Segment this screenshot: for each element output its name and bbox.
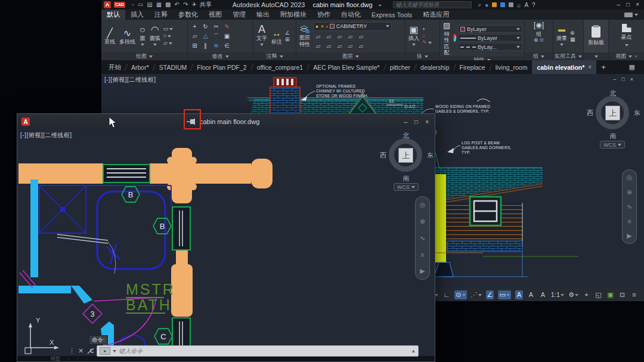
doc-menu-caret-icon[interactable]: ▸ <box>379 2 382 8</box>
viewport-controls[interactable]: [-][俯视][二维线框] <box>20 131 72 140</box>
layer-properties-button[interactable]: 图层特性 <box>298 25 311 47</box>
table-button[interactable]: ⊞ <box>285 37 290 42</box>
viewcube-west[interactable]: 西 <box>587 109 593 117</box>
layer-make-current-icon[interactable]: ▱ <box>316 43 321 49</box>
layer-states-icon[interactable]: ▱ <box>359 33 364 40</box>
array-icon[interactable]: ≋ <box>213 42 218 49</box>
floor-plan-drawing[interactable]: 3 B B C MSTR BATH <box>17 129 436 362</box>
annotation-visibility-icon[interactable]: A <box>515 290 523 299</box>
viewcube-west[interactable]: 西 <box>380 151 386 160</box>
copy-icon[interactable]: ▱ <box>193 33 197 39</box>
explode-icon[interactable]: ▣ <box>224 33 230 39</box>
maximize-button[interactable]: □ <box>626 1 630 8</box>
viewcube-south[interactable]: 南 <box>610 132 617 141</box>
layer-walk-icon[interactable]: ▱ <box>359 43 364 49</box>
clean-screen-icon[interactable]: ⊡ <box>618 290 626 299</box>
orbit-icon[interactable]: ≡ <box>420 251 424 258</box>
viewcube-east[interactable]: 东 <box>634 109 640 117</box>
doc-tab-office-compare[interactable]: office_compare1 <box>252 60 308 74</box>
layer-isolate-icon[interactable]: ▱ <box>327 33 332 40</box>
new-icon[interactable]: ▫ <box>132 1 134 9</box>
layer-off-icon[interactable]: ▱ <box>316 33 321 40</box>
navigation-bar[interactable]: ◎ ⊕ ∿ ≡ ▶ <box>622 169 637 244</box>
close-button[interactable]: × <box>630 76 633 82</box>
doc-tab-stadium[interactable]: STADIUM <box>154 60 191 74</box>
block-editor-button[interactable]: ✎ <box>422 40 432 46</box>
doc-tab-pittcher[interactable]: pittcher <box>385 60 415 74</box>
panel-label-block[interactable]: 块 <box>405 52 439 60</box>
doc-tab-fireplace[interactable]: Fireplace <box>455 60 490 74</box>
layer-merge-icon[interactable]: ▱ <box>348 43 353 49</box>
minimize-button[interactable]: – <box>404 119 408 125</box>
search-input[interactable] <box>393 1 472 8</box>
ribbon-tab-collaborate[interactable]: 协作 <box>312 10 336 20</box>
ribbon-tab-addins[interactable]: 附加模块 <box>275 10 312 20</box>
nav-wheel-icon[interactable]: ◎ <box>627 174 633 181</box>
viewcube-north[interactable]: 北 <box>610 89 617 98</box>
panel-expand-icon[interactable]: » <box>634 54 637 59</box>
plot-icon[interactable]: ▩ <box>165 1 171 9</box>
panel-label-view[interactable]: 视图» <box>609 52 644 60</box>
ortho-toggle-icon[interactable]: ∟ <box>442 290 450 299</box>
share-label[interactable]: 共享 <box>200 1 212 9</box>
doc-tab-cabin-elevation[interactable]: cabin elevation*× <box>532 60 596 74</box>
measure-button[interactable]: ▬测量 <box>555 24 568 48</box>
layer-prev-icon[interactable]: ▱ <box>338 43 342 49</box>
clipboard-icon[interactable] <box>592 26 600 38</box>
panel-label-layers[interactable]: 图层 <box>296 52 405 60</box>
orbit-icon[interactable]: ≡ <box>627 218 631 225</box>
annotation-scale-icon[interactable]: A <box>539 290 547 299</box>
open-icon[interactable]: ▭ <box>138 1 143 9</box>
graphics-performance-icon[interactable]: ▣ <box>606 290 614 299</box>
command-grip-icon[interactable]: ⋮ <box>69 347 75 355</box>
ribbon-tab-annotate[interactable]: 注释 <box>149 10 173 20</box>
viewcube-north[interactable]: 北 <box>403 131 410 140</box>
mirror-icon[interactable]: △ <box>203 33 208 39</box>
dimension-button[interactable]: ↔标注 <box>270 28 283 45</box>
stretch-icon[interactable]: ⊞ <box>192 42 197 49</box>
wcs-selector[interactable]: WCS <box>394 183 419 191</box>
redo-icon[interactable]: ↷ <box>183 1 188 9</box>
viewcube-top[interactable]: 上 <box>398 148 413 163</box>
undo-icon[interactable]: ↶ <box>175 1 179 9</box>
fillet-icon[interactable]: ⌒ <box>213 32 219 41</box>
help-icon[interactable]: ? <box>532 2 535 8</box>
new-drawing-tab-button[interactable]: + <box>596 63 611 72</box>
maximize-button[interactable]: □ <box>414 119 418 125</box>
app-tile-icon[interactable] <box>500 2 505 7</box>
ungroup-button[interactable]: ⊛ <box>534 38 538 43</box>
panel-label-utilities[interactable]: 实用工具 <box>553 52 583 60</box>
tab-overview-icon[interactable]: ▦ <box>629 63 636 71</box>
lineweight-dropdown[interactable]: ByLayer <box>458 34 522 42</box>
ribbon-tab-output[interactable]: 输出 <box>251 10 275 20</box>
quick-calc-button[interactable]: ▦ <box>570 37 575 42</box>
erase-icon[interactable]: ✎ <box>224 23 229 30</box>
pan-icon[interactable]: ⊕ <box>627 188 632 196</box>
command-expand-icon[interactable]: ▲ <box>411 348 416 354</box>
minimize-button[interactable]: – <box>617 1 621 8</box>
viewcube-south[interactable]: 南 <box>403 174 410 183</box>
user-account-icon[interactable]: ● <box>485 2 488 8</box>
scale-icon[interactable]: ∥ <box>204 42 207 49</box>
doc-tab-dealership[interactable]: dealership <box>416 60 454 74</box>
linetype-dropdown[interactable]: ByLay... <box>458 43 522 51</box>
viewcube[interactable]: 北 南 西 东 上 <box>586 91 640 138</box>
autocad-logo-icon[interactable]: A <box>104 1 111 8</box>
ribbon-tab-express-tools[interactable]: Express Tools <box>366 10 417 20</box>
navigation-bar[interactable]: ◎ ⊕ ∿ ≡ ▶ <box>415 196 430 280</box>
zoom-icon[interactable]: ∿ <box>420 234 425 242</box>
match-properties-button[interactable]: ▨特性匹配 <box>442 20 451 55</box>
layer-freeze-icon[interactable]: ▱ <box>338 33 342 40</box>
doc-tab-start[interactable]: 开始 <box>104 60 126 74</box>
app-tile-icon[interactable] <box>509 2 513 7</box>
app-tile-icon[interactable] <box>492 2 497 7</box>
doc-tab-aec-plan[interactable]: AEC Plan Elev Sample* <box>308 60 384 74</box>
layout-tab-bar[interactable]: 模型 ∕∕∕ <box>17 356 435 361</box>
pan-icon[interactable]: ⊕ <box>420 218 425 225</box>
define-attributes-button[interactable]: ◌ <box>422 33 432 39</box>
command-close-icon[interactable]: ✕ <box>78 347 83 355</box>
trim-icon[interactable]: ✂ <box>213 23 218 30</box>
layer-match-icon[interactable]: ▱ <box>327 43 332 49</box>
rectangle-button[interactable]: ▭ <box>163 26 174 32</box>
workspace-gear-icon[interactable]: ⚙ <box>568 290 578 299</box>
